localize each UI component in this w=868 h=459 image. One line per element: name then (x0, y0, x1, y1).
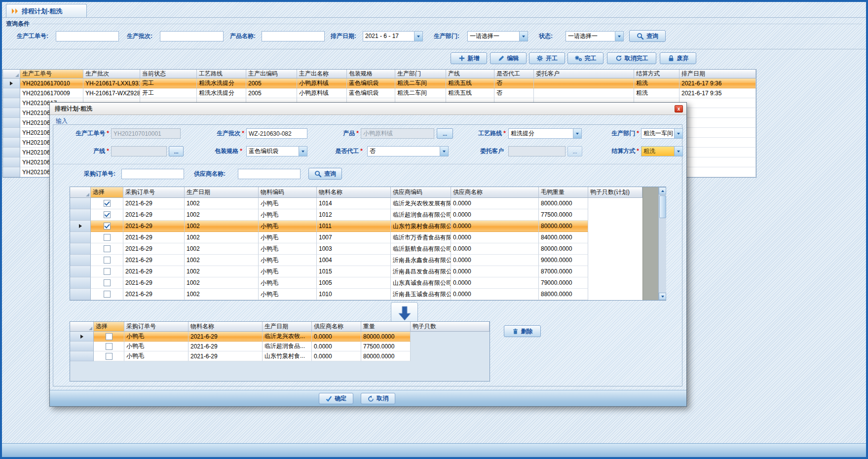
table-row[interactable]: YH202106170009YH-210617-WXZ928开工粗洗水洗提分20… (3, 88, 756, 98)
query-search-button[interactable]: 查询 (629, 30, 666, 42)
delete-button[interactable]: 删除 (504, 325, 541, 337)
column-header[interactable]: 物料名称 (189, 322, 263, 332)
finish-work-button[interactable]: 完工 (567, 52, 604, 64)
production-line-browse-button[interactable]: ... (169, 146, 184, 156)
tab-scheduling-plan[interactable]: 排程计划-粗洗 (6, 4, 87, 18)
column-header[interactable]: 选择 (94, 322, 124, 332)
chevron-down-icon[interactable] (674, 129, 682, 138)
column-header[interactable]: 结算方式 (634, 70, 679, 78)
column-header[interactable]: 选择 (91, 187, 123, 198)
column-header[interactable]: 生产部门 (395, 70, 446, 78)
product-browse-button[interactable]: ... (437, 128, 453, 139)
column-header[interactable]: 产线 (446, 70, 494, 78)
chevron-down-icon[interactable] (615, 32, 623, 41)
column-header[interactable]: 采购订单号 (124, 322, 189, 332)
column-header[interactable]: 主产出编码 (246, 70, 297, 78)
table-row[interactable]: YH202106170010YH-210617-LXXL931完工粗洗水洗提分2… (3, 78, 756, 88)
table-row[interactable]: 小鸭毛2021-6-29山东竹泉村食...0.000080000.0000 (70, 351, 490, 361)
edit-button[interactable]: 编辑 (490, 52, 527, 64)
column-header[interactable]: 是否代工 (494, 70, 534, 78)
column-header[interactable]: 物料编码 (259, 187, 317, 198)
select-all-corner[interactable] (3, 70, 20, 78)
row-checkbox[interactable] (104, 245, 111, 252)
table-row[interactable]: 2021-6-291002小鸭毛1010沂南县玉诚食品有限公司0.0000880… (70, 289, 666, 300)
status-select[interactable]: 一请选择一 (566, 31, 624, 41)
table-row[interactable]: 2021-6-291002小鸭毛1014临沂龙兴农牧发展有限公司0.000080… (70, 198, 666, 209)
row-checkbox[interactable] (104, 257, 111, 264)
table-row[interactable]: 2021-6-291002小鸭毛1007临沂市万香斋食品有限公司0.000084… (70, 232, 666, 243)
row-checkbox[interactable] (104, 268, 111, 275)
chevron-down-icon[interactable] (414, 32, 422, 41)
settlement-select[interactable]: 粗洗 (641, 146, 683, 156)
column-header[interactable]: 鸭子只数 (411, 322, 490, 332)
packing-spec-select[interactable]: 蓝色编织袋 (246, 146, 307, 156)
column-header[interactable]: 生产日期 (263, 322, 312, 332)
purchase-orders-grid[interactable]: 选择采购订单号生产日期物料编码物料名称供应商编码供应商名称毛鸭重量鸭子只数(计划… (70, 187, 666, 301)
column-header[interactable]: 工艺路线 (197, 70, 246, 78)
batch-input[interactable] (160, 31, 224, 41)
batch-no-field[interactable] (246, 128, 307, 139)
table-row[interactable]: 小鸭毛2021-6-29临沂龙兴农牧...0.000080000.0000 (70, 332, 490, 342)
column-header[interactable]: 包装规格 (347, 70, 395, 78)
process-route-select[interactable]: 粗洗提分 (508, 128, 582, 139)
row-checkbox[interactable] (106, 333, 113, 340)
row-checkbox[interactable] (104, 234, 111, 241)
row-checkbox[interactable] (106, 343, 113, 350)
column-header[interactable]: 鸭子只数(计划) (588, 187, 642, 198)
row-checkbox[interactable] (104, 200, 111, 207)
row-checkbox[interactable] (104, 211, 111, 218)
scroll-down-button[interactable] (659, 293, 666, 300)
scroll-up-button[interactable] (659, 187, 666, 194)
row-checkbox[interactable] (104, 291, 111, 298)
row-checkbox[interactable] (106, 353, 113, 360)
dept-select[interactable]: 粗洗一车间 (641, 128, 683, 139)
discard-button[interactable]: 废弃 (660, 52, 696, 64)
chevron-down-icon[interactable] (674, 147, 682, 156)
po-search-button[interactable]: 查询 (308, 168, 342, 180)
select-all-corner[interactable] (70, 322, 94, 332)
chevron-down-icon[interactable] (299, 147, 307, 156)
select-all-corner[interactable] (70, 187, 91, 198)
table-row[interactable]: 2021-6-291002小鸭毛1012临沂超润食品有限公司0.00007750… (70, 209, 666, 221)
column-header[interactable]: 主产出名称 (297, 70, 347, 78)
cancel-finish-button[interactable]: 取消完工 (607, 52, 656, 64)
department-select[interactable]: 一请选择一 (467, 31, 528, 41)
table-row[interactable]: 2021-6-291002小鸭毛1004沂南县永鑫食品有限公司0.0000900… (70, 255, 666, 266)
table-row[interactable]: 2021-6-291002小鸭毛1003临沂新航食品有限公司0.00008000… (70, 243, 666, 255)
row-checkbox[interactable] (104, 279, 111, 286)
column-header[interactable]: 物料名称 (317, 187, 391, 198)
column-header[interactable]: 生产日期 (185, 187, 259, 198)
selected-orders-grid[interactable]: 选择采购订单号物料名称生产日期供应商名称重量鸭子只数小鸭毛2021-6-29临沂… (70, 321, 490, 382)
column-header[interactable]: 供应商名称 (451, 187, 539, 198)
add-button[interactable]: 新增 (451, 52, 487, 64)
column-header[interactable]: 委托客户 (534, 70, 634, 78)
column-header[interactable]: 采购订单号 (123, 187, 185, 198)
schedule-date-select[interactable]: 2021 - 6 - 17 (363, 31, 423, 41)
column-header[interactable]: 重量 (361, 322, 411, 332)
table-row[interactable]: 小鸭毛2021-6-29临沂超润食品...0.000077500.0000 (70, 342, 490, 351)
chevron-down-icon[interactable] (440, 147, 448, 156)
column-header[interactable]: 排产日期 (679, 70, 756, 78)
row-checkbox[interactable] (104, 223, 111, 230)
column-header[interactable]: 毛鸭重量 (539, 187, 588, 198)
supplier-name-input[interactable] (238, 169, 301, 179)
column-header[interactable]: 生产批次 (83, 70, 140, 78)
vertical-scrollbar[interactable] (658, 187, 666, 300)
close-icon[interactable]: x (675, 105, 683, 113)
work-order-input[interactable] (56, 31, 119, 41)
chevron-down-icon[interactable] (519, 32, 528, 41)
column-header[interactable]: 供应商名称 (312, 322, 361, 332)
table-row[interactable]: 2021-6-291002小鸭毛1005山东真诚食品有限公司0.00007900… (70, 277, 666, 289)
cancel-button[interactable]: 取消 (361, 393, 395, 404)
column-header[interactable]: 供应商编码 (391, 187, 451, 198)
scrollbar-thumb[interactable] (659, 195, 666, 218)
product-name-input[interactable] (262, 31, 325, 41)
column-header[interactable]: 当前状态 (140, 70, 197, 78)
start-work-button[interactable]: 开工 (529, 52, 565, 64)
column-header[interactable]: 生产工单号 (20, 70, 83, 78)
table-row[interactable]: 2021-6-291002小鸭毛1015沂南县昌发食品有限公司0.0000870… (70, 266, 666, 277)
po-number-input[interactable] (121, 169, 184, 179)
chevron-down-icon[interactable] (573, 129, 581, 138)
is-oem-select[interactable]: 否 (367, 146, 449, 156)
table-row[interactable]: 2021-6-291002小鸭毛1011山东竹泉村食品有限公司0.0000800… (70, 221, 666, 232)
